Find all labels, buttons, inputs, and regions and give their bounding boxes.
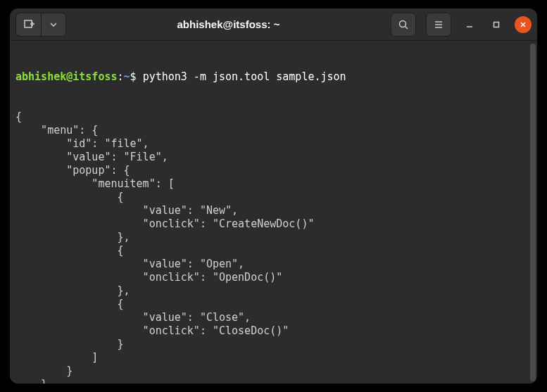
window-title: abhishek@itsfoss: ~ [66,18,391,30]
terminal-body[interactable]: abhishek@itsfoss:~$ python3 -m json.tool… [10,41,537,384]
prompt-user-host: abhishek@itsfoss [15,70,118,83]
chevron-down-icon [50,23,57,27]
minimize-icon [465,20,474,29]
hamburger-icon [433,19,444,30]
search-icon [398,19,409,30]
prompt-symbol: $ [130,70,137,83]
svg-line-4 [405,26,408,29]
tab-dropdown-button[interactable] [41,13,66,37]
minimize-button[interactable] [461,16,478,33]
svg-rect-9 [494,22,499,27]
close-button[interactable] [515,16,532,33]
svg-point-3 [400,20,406,27]
new-tab-button[interactable] [15,13,41,37]
command-text: python3 -m json.tool sample.json [143,70,346,83]
close-icon [519,20,527,29]
terminal-window: abhishek@itsfoss: ~ [10,8,537,384]
titlebar-left-group [15,13,66,37]
command-line-1: abhishek@itsfoss:~$ python3 -m json.tool… [15,70,532,84]
prompt-colon: : [118,70,124,83]
new-tab-icon [23,19,34,30]
prompt-path: ~ [124,70,130,83]
titlebar: abhishek@itsfoss: ~ [10,8,537,41]
titlebar-right-group [391,13,532,37]
search-button[interactable] [391,13,416,37]
maximize-button[interactable] [488,16,505,33]
menu-button[interactable] [426,13,451,37]
scrollbar[interactable] [530,44,536,381]
command-output: { "menu": { "id": "file", "value": "File… [15,110,532,384]
maximize-icon [492,20,501,29]
